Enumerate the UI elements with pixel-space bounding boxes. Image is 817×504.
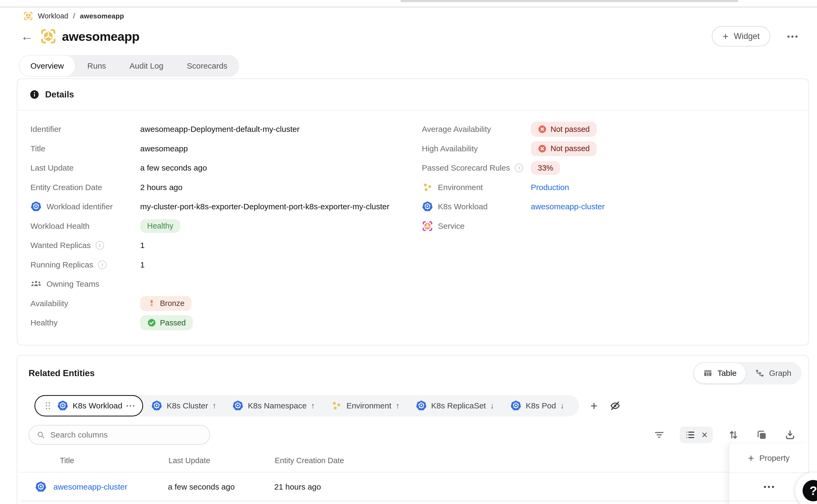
top-divider	[0, 6, 817, 8]
k8s-workload-link[interactable]: awesomeapp-cluster	[531, 202, 605, 211]
filter-icon	[654, 429, 665, 440]
pill-k8s-workload[interactable]: K8s Workload	[34, 395, 143, 416]
status-badge: Healthy	[140, 219, 180, 233]
back-button[interactable]: ←	[21, 30, 33, 42]
field-title: Title awesomeapp	[30, 139, 422, 159]
column-header-entity-creation-date[interactable]: Entity Creation Date	[275, 456, 344, 465]
field-environment: Environment Production	[422, 178, 796, 197]
field-value: awesomeapp-Deployment-default-my-cluster	[140, 125, 300, 134]
info-icon	[30, 90, 39, 99]
arrow-up-icon: ↑	[311, 401, 315, 410]
arrow-down-icon: ↓	[560, 401, 564, 410]
graph-icon	[755, 368, 764, 378]
related-entities-card: Related Entities Table Graph K8s Workloa…	[17, 355, 809, 504]
field-label: Wanted Replicas	[30, 241, 91, 250]
field-label: Entity Creation Date	[30, 183, 102, 192]
details-left-column: Identifier awesomeapp-Deployment-default…	[30, 120, 422, 333]
add-relation-button[interactable]: +	[588, 397, 600, 414]
breadcrumb-current: awesomeapp	[80, 12, 124, 20]
field-value: a few seconds ago	[140, 163, 207, 172]
search-columns-input[interactable]	[50, 430, 202, 439]
toggle-table-view[interactable]: Table	[694, 363, 746, 383]
workload-blueprint-icon: #i-cube .cube-body{fill:#E9C258}	[23, 11, 33, 21]
drag-handle-icon[interactable]	[43, 401, 53, 411]
column-header-title[interactable]: Title	[60, 456, 74, 465]
kubernetes-icon	[422, 201, 433, 212]
kubernetes-icon	[151, 400, 162, 411]
horizontal-scrollbar-thumb[interactable]	[400, 0, 738, 2]
page-header: ← awesomeapp + Widget	[21, 26, 800, 47]
details-fields: Identifier awesomeapp-Deployment-default…	[17, 111, 808, 333]
not-passed-badge: Not passed	[531, 141, 597, 156]
details-title: Details	[45, 89, 74, 100]
row-title-link[interactable]: awesomeapp-cluster	[53, 482, 127, 491]
more-horizontal-icon[interactable]	[127, 405, 134, 407]
header-actions: + Widget	[712, 26, 800, 46]
related-entities-title: Related Entities	[29, 368, 95, 378]
row-last-update: a few seconds ago	[168, 482, 235, 491]
info-icon[interactable]: i	[96, 241, 104, 250]
field-passed-scorecard-rules: Passed Scorecard Rules i 33%	[422, 158, 796, 178]
field-label: Last Update	[30, 163, 74, 172]
eye-slash-icon	[609, 400, 621, 412]
pill-k8s-cluster[interactable]: K8s Cluster ↑	[143, 395, 224, 416]
pill-k8s-pod[interactable]: K8s Pod ↓	[502, 395, 572, 416]
details-card-header: Details	[17, 79, 808, 111]
sort-button[interactable]	[726, 427, 741, 443]
related-entities-header: Related Entities Table Graph	[29, 362, 802, 384]
kubernetes-icon	[35, 481, 47, 493]
pill-k8s-namespace[interactable]: K8s Namespace ↑	[224, 395, 323, 416]
field-label: Running Replicas	[30, 260, 93, 269]
filter-button[interactable]	[651, 427, 667, 443]
table-row[interactable]: awesomeapp-cluster a few seconds ago 21 …	[21, 473, 729, 501]
entity-logo-icon	[40, 28, 57, 45]
field-label: Average Availability	[422, 125, 491, 134]
field-label: Identifier	[30, 125, 61, 134]
service-icon	[422, 221, 433, 232]
tab-scorecards[interactable]: Scorecards	[175, 55, 239, 77]
field-service: Service	[422, 216, 796, 236]
add-property-button[interactable]: + Property	[729, 444, 808, 473]
field-value: 2 hours ago	[140, 183, 182, 192]
breadcrumb-root[interactable]: Workload	[38, 12, 68, 20]
field-label: Title	[30, 144, 45, 153]
arrow-up-icon: ↑	[396, 401, 400, 410]
info-icon[interactable]: i	[515, 164, 523, 172]
field-label: K8s Workload	[438, 202, 488, 211]
toggle-graph-view[interactable]: Graph	[746, 363, 800, 383]
tab-runs[interactable]: Runs	[76, 55, 118, 77]
tab-audit-log[interactable]: Audit Log	[118, 55, 175, 77]
copy-button[interactable]	[754, 427, 769, 443]
pill-k8s-replicaset[interactable]: K8s ReplicaSet ↓	[408, 395, 502, 416]
more-horizontal-icon	[764, 486, 774, 488]
entity-tabs: Overview Runs Audit Log Scorecards	[19, 55, 239, 77]
list-view-button[interactable]	[685, 430, 695, 440]
add-widget-button[interactable]: + Widget	[712, 26, 770, 46]
field-label: Workload Health	[30, 222, 89, 231]
row-more-menu-button[interactable]	[762, 484, 776, 490]
details-right-column: Average Availability Not passed High Ava…	[422, 120, 796, 333]
arrow-up-icon: ↑	[212, 401, 216, 410]
field-workload-health: Workload Health Healthy	[30, 216, 422, 236]
teams-icon	[30, 278, 42, 290]
arrow-down-icon: ↓	[490, 401, 494, 410]
kubernetes-icon	[30, 201, 42, 212]
add-widget-label: Widget	[734, 31, 760, 41]
field-value: 1	[140, 260, 145, 269]
relation-pills: K8s Workload K8s Cluster ↑ K8s Namespace…	[34, 395, 579, 416]
clear-group-button[interactable]: ×	[702, 431, 708, 439]
column-header-last-update[interactable]: Last Update	[168, 456, 210, 465]
info-icon[interactable]: i	[98, 261, 107, 269]
field-wanted-replicas: Wanted Replicas i 1	[30, 236, 422, 255]
environment-link[interactable]: Production	[531, 183, 569, 192]
page-more-menu-button[interactable]	[785, 32, 800, 41]
hide-relations-button[interactable]	[607, 398, 623, 414]
field-value: 1	[140, 241, 145, 250]
tab-overview[interactable]: Overview	[19, 55, 76, 77]
field-last-update: Last Update a few seconds ago	[30, 158, 422, 178]
field-value: awesomeapp	[140, 144, 188, 153]
pill-environment[interactable]: Environment ↑	[323, 395, 407, 416]
field-label: Workload identifier	[46, 202, 113, 211]
download-button[interactable]	[782, 427, 798, 443]
environment-icon	[422, 182, 433, 193]
